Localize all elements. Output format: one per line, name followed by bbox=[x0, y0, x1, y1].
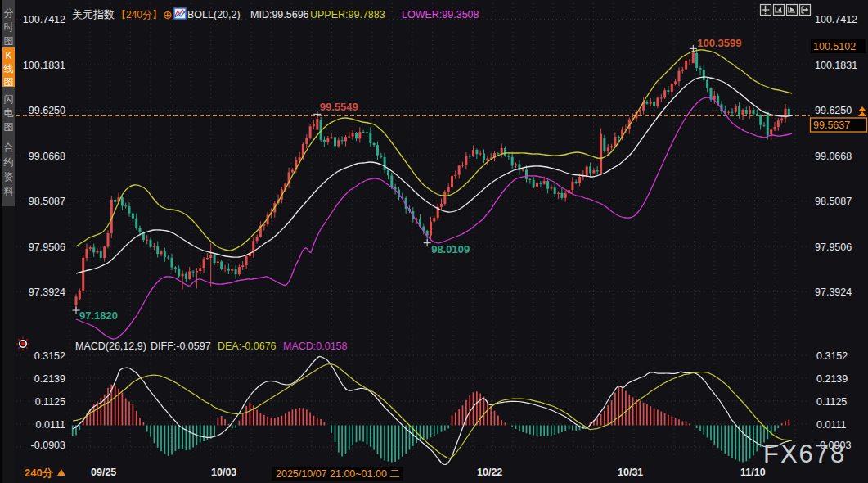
svg-text:MACD(26,12,9): MACD(26,12,9) bbox=[75, 341, 146, 352]
svg-text:合: 合 bbox=[4, 142, 14, 153]
svg-text:98.5087: 98.5087 bbox=[29, 196, 65, 207]
svg-text:0.1125: 0.1125 bbox=[816, 396, 847, 408]
svg-text:240分: 240分 bbox=[25, 467, 54, 479]
svg-text:97.3924: 97.3924 bbox=[29, 287, 65, 298]
svg-text:0.3152: 0.3152 bbox=[34, 350, 65, 362]
svg-text:0.3152: 0.3152 bbox=[816, 350, 848, 362]
svg-text:10/03: 10/03 bbox=[211, 467, 236, 478]
svg-text:2025/10/07 21:00~01:00 二: 2025/10/07 21:00~01:00 二 bbox=[276, 468, 400, 480]
svg-text:DIFF:-0.0597: DIFF:-0.0597 bbox=[151, 341, 211, 352]
svg-text:97.9506: 97.9506 bbox=[815, 242, 852, 253]
svg-text:99.0668: 99.0668 bbox=[29, 151, 65, 162]
svg-text:99.5549: 99.5549 bbox=[320, 101, 358, 113]
svg-text:【240分】: 【240分】 bbox=[116, 9, 162, 20]
svg-text:时: 时 bbox=[4, 21, 14, 33]
svg-text:分: 分 bbox=[4, 7, 14, 19]
svg-text:0.1125: 0.1125 bbox=[35, 396, 65, 408]
svg-text:FX678: FX678 bbox=[763, 440, 846, 468]
svg-text:97.1820: 97.1820 bbox=[79, 309, 118, 322]
svg-text:-0.0903: -0.0903 bbox=[31, 440, 65, 451]
svg-text:0.2139: 0.2139 bbox=[34, 373, 65, 385]
svg-text:99.6250: 99.6250 bbox=[815, 105, 852, 116]
svg-text:100.5102: 100.5102 bbox=[813, 41, 856, 52]
svg-text:图: 图 bbox=[4, 35, 14, 47]
svg-text:98.5087: 98.5087 bbox=[815, 196, 852, 207]
svg-text:99.0668: 99.0668 bbox=[815, 151, 852, 162]
svg-text:美元指数: 美元指数 bbox=[72, 8, 115, 20]
svg-text:⊕: ⊕ bbox=[163, 8, 173, 21]
svg-text:约: 约 bbox=[4, 156, 14, 168]
svg-text:10/31: 10/31 bbox=[618, 467, 643, 478]
svg-text:0.0111: 0.0111 bbox=[816, 419, 846, 431]
svg-text:100.3599: 100.3599 bbox=[697, 37, 741, 49]
svg-text:MID:99.5696: MID:99.5696 bbox=[250, 9, 309, 20]
svg-text:0.2139: 0.2139 bbox=[816, 373, 848, 385]
svg-text:10/22: 10/22 bbox=[477, 467, 502, 478]
svg-text:闪: 闪 bbox=[4, 93, 14, 105]
svg-text:LOWER:99.3508: LOWER:99.3508 bbox=[402, 9, 479, 20]
svg-text:99.5637: 99.5637 bbox=[813, 120, 850, 131]
svg-text:0.0111: 0.0111 bbox=[36, 419, 65, 431]
svg-text:97.3924: 97.3924 bbox=[815, 287, 852, 298]
svg-text:100.1831: 100.1831 bbox=[23, 60, 65, 71]
svg-text:100.7412: 100.7412 bbox=[815, 14, 857, 25]
svg-text:11/10: 11/10 bbox=[740, 467, 766, 478]
svg-text:线: 线 bbox=[4, 63, 14, 74]
svg-text:09/25: 09/25 bbox=[91, 467, 116, 478]
svg-text:UPPER:99.7883: UPPER:99.7883 bbox=[310, 9, 385, 20]
svg-text:97.9506: 97.9506 bbox=[29, 242, 65, 253]
svg-text:资: 资 bbox=[4, 171, 14, 183]
svg-text:99.6250: 99.6250 bbox=[29, 105, 65, 116]
svg-text:98.0109: 98.0109 bbox=[431, 243, 470, 255]
svg-text:料: 料 bbox=[4, 186, 14, 197]
svg-text:DEA:-0.0676: DEA:-0.0676 bbox=[218, 341, 277, 352]
svg-text:电: 电 bbox=[4, 107, 14, 119]
svg-text:图: 图 bbox=[4, 76, 14, 88]
svg-text:100.1831: 100.1831 bbox=[815, 60, 857, 71]
svg-text:图: 图 bbox=[4, 121, 14, 133]
svg-text:BOLL(20,2): BOLL(20,2) bbox=[187, 9, 241, 20]
svg-text:100.7412: 100.7412 bbox=[23, 14, 65, 25]
svg-text:MACD:0.0158: MACD:0.0158 bbox=[283, 341, 348, 352]
svg-text:K: K bbox=[5, 50, 11, 61]
